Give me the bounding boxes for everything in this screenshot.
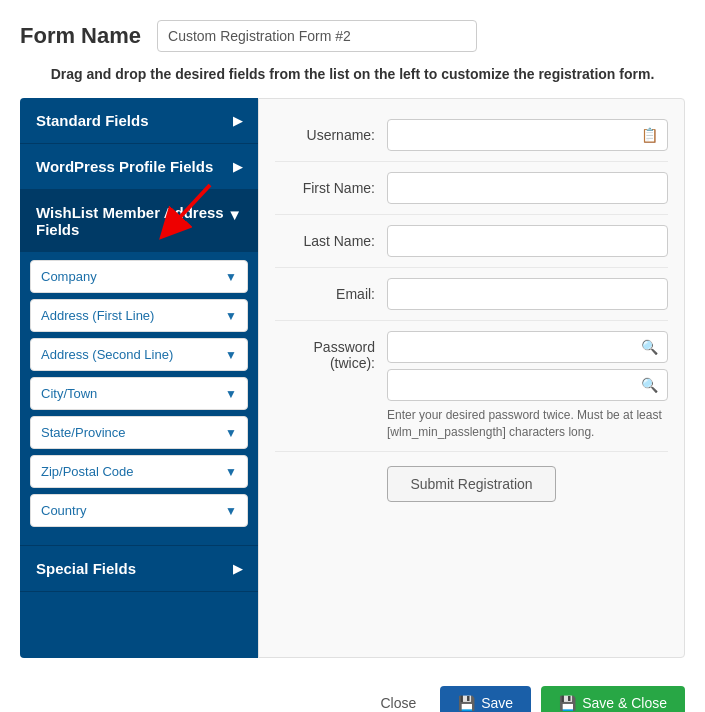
save-icon: 💾 bbox=[458, 695, 475, 711]
standard-fields-arrow-icon: ▶ bbox=[233, 114, 242, 128]
email-label: Email: bbox=[275, 286, 375, 302]
id-card-icon: 📋 bbox=[641, 127, 658, 143]
password-input-1-wrapper: 🔍 bbox=[387, 331, 668, 363]
sidebar-item-special-fields[interactable]: Special Fields ▶ bbox=[20, 546, 258, 591]
standard-fields-label: Standard Fields bbox=[36, 112, 149, 129]
form-name-input[interactable] bbox=[157, 20, 477, 52]
field-item-label: City/Town bbox=[41, 386, 97, 401]
sidebar-section-address: WishList Member Address Fields ▼ Comp bbox=[20, 190, 258, 546]
instructions-text: Drag and drop the desired fields from th… bbox=[20, 66, 685, 82]
lastname-input[interactable] bbox=[387, 225, 668, 257]
list-item[interactable]: City/Town ▼ bbox=[30, 377, 248, 410]
sidebar-section-standard: Standard Fields ▶ bbox=[20, 98, 258, 144]
field-item-label: Company bbox=[41, 269, 97, 284]
submit-registration-button[interactable]: Submit Registration bbox=[387, 466, 555, 502]
password-fields-wrapper: 🔍 🔍 Enter your desired password twice. M… bbox=[387, 331, 668, 441]
close-button[interactable]: Close bbox=[366, 687, 430, 712]
save-close-icon: 💾 bbox=[559, 695, 576, 711]
password-input-2-wrapper: 🔍 bbox=[387, 369, 668, 401]
footer-row: Close 💾 Save 💾 Save & Close bbox=[20, 674, 685, 712]
chevron-down-icon: ▼ bbox=[225, 387, 237, 401]
field-item-label: Country bbox=[41, 503, 87, 518]
chevron-down-icon: ▼ bbox=[225, 504, 237, 518]
chevron-down-icon: ▼ bbox=[225, 426, 237, 440]
field-item-label: State/Province bbox=[41, 425, 126, 440]
lock-icon-2: 🔍 bbox=[641, 377, 658, 393]
password-input-1[interactable] bbox=[387, 331, 668, 363]
list-item[interactable]: Country ▼ bbox=[30, 494, 248, 527]
lock-icon-1: 🔍 bbox=[641, 339, 658, 355]
list-item[interactable]: Address (Second Line) ▼ bbox=[30, 338, 248, 371]
list-item[interactable]: Zip/Postal Code ▼ bbox=[30, 455, 248, 488]
sidebar-item-wordpress-fields[interactable]: WordPress Profile Fields ▶ bbox=[20, 144, 258, 189]
address-fields-list: Company ▼ Address (First Line) ▼ Address… bbox=[20, 252, 258, 545]
firstname-input-wrapper bbox=[387, 172, 668, 204]
password-label: Password (twice): bbox=[275, 331, 375, 371]
list-item[interactable]: Address (First Line) ▼ bbox=[30, 299, 248, 332]
password-section: Password (twice): 🔍 🔍 Enter your desired… bbox=[275, 321, 668, 452]
email-field-row: Email: bbox=[275, 268, 668, 321]
list-item[interactable]: Company ▼ bbox=[30, 260, 248, 293]
password-hint: Enter your desired password twice. Must … bbox=[387, 407, 668, 441]
chevron-down-icon: ▼ bbox=[225, 348, 237, 362]
email-input-wrapper bbox=[387, 278, 668, 310]
special-fields-label: Special Fields bbox=[36, 560, 136, 577]
sidebar-item-standard-fields[interactable]: Standard Fields ▶ bbox=[20, 98, 258, 143]
email-input[interactable] bbox=[387, 278, 668, 310]
address-fields-arrow-icon: ▼ bbox=[227, 206, 242, 223]
sidebar-item-address-fields[interactable]: WishList Member Address Fields ▼ bbox=[20, 190, 258, 252]
save-close-label: Save & Close bbox=[582, 695, 667, 711]
firstname-field-row: First Name: bbox=[275, 162, 668, 215]
submit-row: Submit Registration bbox=[275, 452, 668, 516]
chevron-down-icon: ▼ bbox=[225, 309, 237, 323]
chevron-down-icon: ▼ bbox=[225, 465, 237, 479]
sidebar-section-special: Special Fields ▶ bbox=[20, 546, 258, 592]
field-item-label: Address (First Line) bbox=[41, 308, 154, 323]
address-fields-label: WishList Member Address Fields bbox=[36, 204, 227, 238]
field-item-label: Address (Second Line) bbox=[41, 347, 173, 362]
sidebar: Standard Fields ▶ WordPress Profile Fiel… bbox=[20, 98, 258, 658]
lastname-label: Last Name: bbox=[275, 233, 375, 249]
form-name-row: Form Name bbox=[20, 20, 685, 52]
username-input[interactable] bbox=[387, 119, 668, 151]
form-area: Username: 📋 First Name: Last Name: bbox=[258, 98, 685, 658]
firstname-input[interactable] bbox=[387, 172, 668, 204]
sidebar-section-wordpress: WordPress Profile Fields ▶ bbox=[20, 144, 258, 190]
form-name-label: Form Name bbox=[20, 23, 141, 49]
main-layout: Standard Fields ▶ WordPress Profile Fiel… bbox=[20, 98, 685, 658]
field-item-label: Zip/Postal Code bbox=[41, 464, 134, 479]
username-field-row: Username: 📋 bbox=[275, 109, 668, 162]
password-input-2[interactable] bbox=[387, 369, 668, 401]
username-input-wrapper: 📋 bbox=[387, 119, 668, 151]
list-item[interactable]: State/Province ▼ bbox=[30, 416, 248, 449]
special-fields-arrow-icon: ▶ bbox=[233, 562, 242, 576]
chevron-down-icon: ▼ bbox=[225, 270, 237, 284]
wordpress-fields-label: WordPress Profile Fields bbox=[36, 158, 213, 175]
username-label: Username: bbox=[275, 127, 375, 143]
save-button[interactable]: 💾 Save bbox=[440, 686, 531, 712]
save-close-button[interactable]: 💾 Save & Close bbox=[541, 686, 685, 712]
firstname-label: First Name: bbox=[275, 180, 375, 196]
wordpress-fields-arrow-icon: ▶ bbox=[233, 160, 242, 174]
save-label: Save bbox=[481, 695, 513, 711]
lastname-field-row: Last Name: bbox=[275, 215, 668, 268]
lastname-input-wrapper bbox=[387, 225, 668, 257]
